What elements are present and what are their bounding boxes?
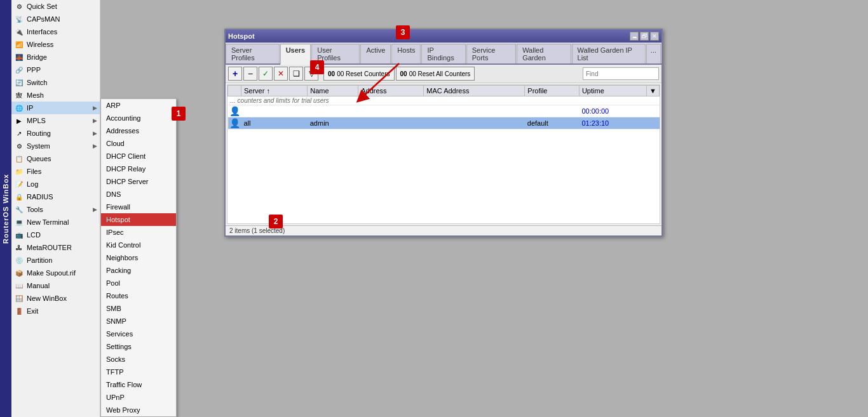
manual-icon: 📖 xyxy=(14,281,24,291)
interfaces-icon: 🔌 xyxy=(14,27,24,37)
marker-4: 4 xyxy=(310,60,324,74)
reset-all-counters-button[interactable]: 00 00 Reset All Counters xyxy=(396,67,475,81)
sidebar-item-radius[interactable]: 🔒 RADIUS xyxy=(11,190,100,203)
sidebar-item-system[interactable]: ⚙ System ▶ xyxy=(11,140,100,152)
submenu-item-kid-control[interactable]: Kid Control xyxy=(101,239,176,251)
sidebar-item-new-winbox[interactable]: 🪟 New WinBox xyxy=(11,292,100,305)
close-button[interactable]: ✕ xyxy=(650,32,659,41)
sidebar-item-manual[interactable]: 📖 Manual xyxy=(11,279,100,292)
sidebar-item-lcd[interactable]: 📺 LCD xyxy=(11,228,100,241)
submenu-item-routes[interactable]: Routes xyxy=(101,289,176,302)
col-address[interactable]: Address xyxy=(358,86,424,96)
row-uptime: 00:00:00 xyxy=(579,105,646,117)
submenu-item-packing[interactable]: Packing xyxy=(101,264,176,277)
tab-walled-garden[interactable]: Walled Garden xyxy=(517,44,571,63)
sidebar-item-capsman[interactable]: 📡 CAPsMAN xyxy=(11,13,100,25)
tab-server-profiles[interactable]: Server Profiles xyxy=(226,44,280,63)
submenu-item-hotspot[interactable]: Hotspot xyxy=(101,213,176,226)
submenu-item-ipsec[interactable]: IPsec xyxy=(101,226,176,239)
submenu-item-traffic-flow[interactable]: Traffic Flow xyxy=(101,378,176,391)
sidebar-item-interfaces[interactable]: 🔌 Interfaces xyxy=(11,25,100,38)
app-vertical-label: RouterOS WinBox xyxy=(0,0,11,417)
tab-active[interactable]: Active xyxy=(360,44,391,63)
capsman-icon: 📡 xyxy=(14,14,24,24)
sidebar-item-exit[interactable]: 🚪 Exit xyxy=(11,305,100,317)
quick-set-icon: ⚙ xyxy=(14,1,24,11)
tab-hosts[interactable]: Hosts xyxy=(391,44,421,63)
table-row-2[interactable]: 👤 all admin default 01:23:10 xyxy=(228,117,660,129)
tab-walled-garden-ip[interactable]: Walled Garden IP List xyxy=(572,44,646,63)
submenu-item-upnp[interactable]: UPnP xyxy=(101,391,176,404)
sidebar-item-quick-set[interactable]: ⚙ Quick Set xyxy=(11,0,100,13)
sidebar-item-routing[interactable]: ↗ Routing ▶ xyxy=(11,127,100,140)
tab-service-ports[interactable]: Service Ports xyxy=(466,44,516,63)
find-input[interactable] xyxy=(583,67,659,80)
submenu-item-socks[interactable]: Socks xyxy=(101,353,176,366)
minimize-button[interactable]: 🗕 xyxy=(630,32,639,41)
window-title: Hotspot xyxy=(228,32,255,40)
apply-button[interactable]: ✓ xyxy=(259,67,273,81)
copy-button[interactable]: ❑ xyxy=(289,67,303,81)
submenu-item-dhcp-relay[interactable]: DHCP Relay xyxy=(101,162,176,175)
sidebar-item-ppp[interactable]: 🔗 PPP xyxy=(11,63,100,76)
submenu-item-services[interactable]: Services xyxy=(101,328,176,340)
col-uptime[interactable]: Uptime xyxy=(579,86,646,96)
cancel-button[interactable]: ✕ xyxy=(274,67,288,81)
submenu-item-snmp[interactable]: SNMP xyxy=(101,315,176,328)
tab-users[interactable]: Users xyxy=(280,44,311,65)
sidebar-item-bridge[interactable]: 🌉 Bridge xyxy=(11,51,100,63)
submenu-item-dns[interactable]: DNS xyxy=(101,188,176,201)
tab-bar: Server ProfilesUsersUser ProfilesActiveH… xyxy=(226,43,661,65)
submenu-item-addresses[interactable]: Addresses xyxy=(101,124,176,137)
submenu-item-accounting[interactable]: Accounting xyxy=(101,112,176,124)
lcd-label: LCD xyxy=(27,231,97,239)
submenu-item-settings[interactable]: Settings xyxy=(101,340,176,353)
bridge-icon: 🌉 xyxy=(14,52,24,62)
sidebar-item-new-terminal[interactable]: 💻 New Terminal xyxy=(11,216,100,228)
interfaces-label: Interfaces xyxy=(27,28,97,36)
table-row-1[interactable]: 👤 00:00:00 xyxy=(228,105,660,117)
add-button[interactable]: + xyxy=(228,67,242,81)
col-server[interactable]: Server ↑ xyxy=(241,86,308,96)
sidebar-item-mesh[interactable]: 🕸 Mesh xyxy=(11,89,100,102)
sidebar-item-partition[interactable]: 💿 Partition xyxy=(11,254,100,267)
submenu-item-pool[interactable]: Pool xyxy=(101,277,176,289)
submenu-item-firewall[interactable]: Firewall xyxy=(101,201,176,213)
submenu-item-arp[interactable]: ARP xyxy=(101,99,176,112)
row-indicator: 👤 xyxy=(228,117,241,129)
ppp-label: PPP xyxy=(27,66,97,74)
submenu-item-cloud[interactable]: Cloud xyxy=(101,137,176,150)
make-supout-icon: 📦 xyxy=(14,268,24,278)
submenu-item-dhcp-client[interactable]: DHCP Client xyxy=(101,150,176,162)
col-name[interactable]: Name xyxy=(308,86,358,96)
tab-more[interactable]: ... xyxy=(646,44,661,63)
radius-label: RADIUS xyxy=(27,193,97,201)
sidebar-item-switch[interactable]: 🔄 Switch xyxy=(11,76,100,89)
submenu-item-web-proxy[interactable]: Web Proxy xyxy=(101,404,176,416)
sidebar-item-make-supout[interactable]: 📦 Make Supout.rif xyxy=(11,267,100,279)
sidebar-item-log[interactable]: 📝 Log xyxy=(11,178,100,190)
sidebar-item-ip[interactable]: 🌐 IP ▶ xyxy=(11,102,100,114)
sidebar-item-files[interactable]: 📁 Files xyxy=(11,165,100,178)
tab-ip-bindings[interactable]: IP Bindings xyxy=(421,44,465,63)
system-label: System xyxy=(27,142,93,150)
sidebar-item-tools[interactable]: 🔧 Tools ▶ xyxy=(11,203,100,216)
restore-button[interactable]: 🗗 xyxy=(640,32,649,41)
sidebar-item-mpls[interactable]: ▶ MPLS ▶ xyxy=(11,114,100,127)
sidebar-item-wireless[interactable]: 📶 Wireless xyxy=(11,38,100,51)
arrow-icon: ▶ xyxy=(93,206,97,213)
sidebar-item-metarouter[interactable]: 🖧 MetaROUTER xyxy=(11,241,100,254)
sidebar-item-queues[interactable]: 📋 Queues xyxy=(11,152,100,165)
mesh-icon: 🕸 xyxy=(14,90,24,100)
submenu-item-dhcp-server[interactable]: DHCP Server xyxy=(101,175,176,188)
tools-icon: 🔧 xyxy=(14,204,24,215)
submenu-item-smb[interactable]: SMB xyxy=(101,302,176,315)
col-dropdown[interactable]: ▼ xyxy=(647,86,660,96)
col-profile[interactable]: Profile xyxy=(525,86,580,96)
reset-counters-button[interactable]: 00 00 Reset Counters xyxy=(323,67,395,81)
submenu-item-neighbors[interactable]: Neighbors xyxy=(101,251,176,264)
row-icon: 👤 xyxy=(229,118,240,128)
remove-button[interactable]: − xyxy=(243,67,257,81)
submenu-item-tftp[interactable]: TFTP xyxy=(101,366,176,378)
col-mac[interactable]: MAC Address xyxy=(424,86,525,96)
